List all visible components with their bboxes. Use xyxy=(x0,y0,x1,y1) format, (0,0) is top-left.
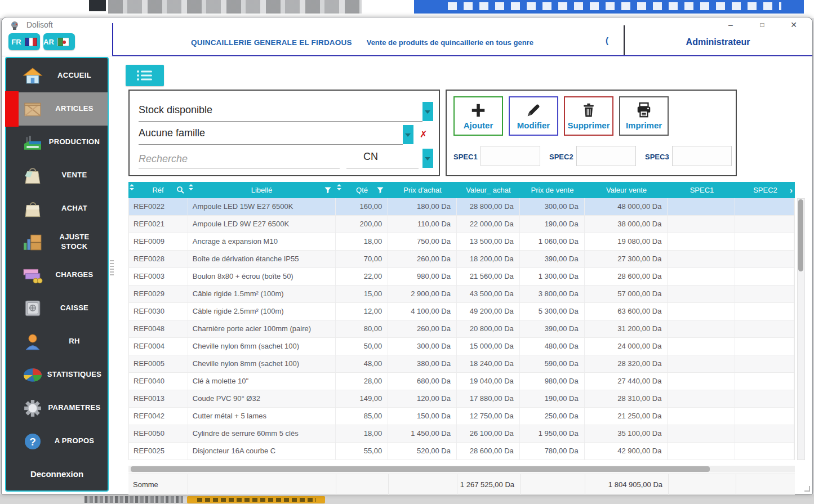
spec3-input[interactable] xyxy=(672,146,732,166)
table-row[interactable]: REF0004Cheville nylon 6mm (sachet 100)50… xyxy=(129,338,794,355)
table-row[interactable]: REF0013Coude PVC 90° Ø32149,00120,00 Da1… xyxy=(129,390,794,408)
cell-qte: 15,00 xyxy=(336,286,388,302)
window-resize-grip[interactable] xyxy=(804,486,810,492)
search-mode-value[interactable]: CN xyxy=(363,151,378,163)
sidebar-item-caisse[interactable]: CAISSE xyxy=(6,292,108,325)
cell-prix_achat: 380,00 Da xyxy=(388,355,457,372)
sidebar-item-achat[interactable]: ACHAT xyxy=(6,192,108,225)
cell-spec1 xyxy=(668,216,735,233)
company-name: QUINCAILLERIE GENERALE EL FIRDAOUS xyxy=(191,38,352,47)
search-input[interactable] xyxy=(139,150,340,167)
column-label: Prix de vente xyxy=(531,186,574,194)
cell-spec2 xyxy=(735,251,794,267)
close-button[interactable]: ✕ xyxy=(784,19,803,31)
sidebar-item-a-propos[interactable]: ? A PROPOS xyxy=(6,425,108,458)
stock-dropdown-arrow[interactable] xyxy=(422,102,433,121)
edit-button[interactable]: Modifier xyxy=(509,96,558,136)
column-header-valeur-achat[interactable]: Valeur_ achat xyxy=(457,182,520,198)
column-header-ref[interactable]: Réf xyxy=(128,182,188,198)
sidebar-label: ACCUEIL xyxy=(47,71,108,80)
table-row[interactable]: REF0029Câble rigide 1.5mm² (100m)15,002 … xyxy=(129,286,794,303)
sidebar-item-accueil[interactable]: ACCUEIL xyxy=(6,59,108,92)
maximize-button[interactable]: □ xyxy=(753,19,772,31)
stock-filter-value[interactable]: Stock disponible xyxy=(139,104,212,116)
cell-valeur_achat: 18 240,00 Da xyxy=(457,355,520,372)
gear-icon xyxy=(19,399,47,417)
famille-dropdown-arrow[interactable] xyxy=(403,125,413,144)
search-mode-dropdown-arrow[interactable] xyxy=(422,149,433,168)
cell-qte: 160,00 xyxy=(336,198,388,215)
clear-famille-icon[interactable]: ✗ xyxy=(420,129,427,140)
table-row[interactable]: REF0005Cheville nylon 8mm (sachet 100)48… xyxy=(129,355,794,373)
table-row[interactable]: REF0040Clé à molette 10"28,00680,00 Da19… xyxy=(129,373,794,390)
table-row[interactable]: REF0050Cylindre de serrure 60mm 5 clés18… xyxy=(129,425,794,443)
sum-empty xyxy=(388,474,457,495)
delete-button-label: Supprimer xyxy=(567,121,610,130)
sidebar-item-vente[interactable]: VENTE xyxy=(6,159,108,192)
column-header-qte[interactable]: Qté xyxy=(336,182,388,198)
horizontal-scrollbar-thumb[interactable] xyxy=(131,466,710,472)
cell-ref: REF0004 xyxy=(129,338,188,355)
famille-filter-underline xyxy=(139,144,403,145)
cell-ref: REF0030 xyxy=(129,303,188,320)
table-row[interactable]: REF0028Boîte de dérivation étanche IP557… xyxy=(129,251,794,268)
cell-valeur_achat: 43 500,00 Da xyxy=(457,286,520,302)
spec1-input[interactable] xyxy=(481,146,540,166)
column-header-prix-achat[interactable]: Prix d'achat xyxy=(388,182,457,198)
table-row[interactable]: REF0025Disjoncteur 16A courbe C55,00520,… xyxy=(129,443,794,460)
vertical-scrollbar-thumb[interactable] xyxy=(798,199,803,271)
sort-arrows-icon xyxy=(130,184,134,190)
add-button[interactable]: Ajouter xyxy=(453,96,503,136)
cell-prix_achat: 150,00 Da xyxy=(388,408,457,425)
cell-valeur_achat: 20 800,00 Da xyxy=(457,320,520,337)
list-icon xyxy=(135,69,154,82)
cell-prix_vente: 390,00 Da xyxy=(520,251,585,267)
print-button[interactable]: Imprimer xyxy=(619,96,669,136)
column-label: Réf xyxy=(152,186,163,194)
sidebar-item-statistiques[interactable]: STATISTIQUES xyxy=(6,358,108,391)
table-row[interactable]: REF0042Cutter métal + 5 lames85,00150,00… xyxy=(129,408,794,425)
table-row[interactable]: REF0009Ancrage à expansion M1018,00750,0… xyxy=(129,233,794,251)
cell-spec1 xyxy=(668,373,735,390)
sidebar-label: PRODUCTION xyxy=(47,137,108,146)
column-header-spec1[interactable]: SPEC1 xyxy=(668,182,736,198)
table-row[interactable]: REF0021Ampoule LED 9W E27 6500K200,00110… xyxy=(129,216,794,233)
sidebar-resize-grip[interactable] xyxy=(110,258,114,275)
plus-icon xyxy=(470,102,487,119)
column-label: SPEC1 xyxy=(690,186,714,194)
cell-valeur_vente: 21 250,00 Da xyxy=(585,408,668,425)
sidebar-item-ajuste-stock[interactable]: AJUSTE STOCK xyxy=(6,225,108,258)
purchase-bag-icon xyxy=(19,200,47,218)
table-row[interactable]: REF0048Charnière porte acier 100mm (pair… xyxy=(129,320,794,338)
minimize-button[interactable]: – xyxy=(721,19,740,31)
background-window-top xyxy=(0,0,814,18)
sidebar-item-charges[interactable]: CHARGES xyxy=(6,258,108,292)
sidebar-item-parametres[interactable]: PARAMETRES xyxy=(6,391,108,425)
sidebar-item-deconnexion[interactable]: Deconnexion xyxy=(6,458,108,489)
sidebar-item-production[interactable]: PRODUCTION xyxy=(6,126,108,159)
delete-button[interactable]: Supprimer xyxy=(564,96,613,136)
column-header-spec2[interactable]: SPEC2 › xyxy=(736,182,795,198)
column-header-prix-vente[interactable]: Prix de vente xyxy=(520,182,585,198)
column-header-valeur-vente[interactable]: Valeur vente xyxy=(585,182,668,198)
cell-libelle: Ampoule LED 9W E27 6500K xyxy=(188,216,336,233)
language-fr-button[interactable]: FR xyxy=(8,33,40,50)
title-bar[interactable]: Dolisoft – □ ✕ xyxy=(2,17,812,32)
column-header-libelle[interactable]: Libellé xyxy=(188,182,336,198)
table-row[interactable]: REF0030Câble rigide 2.5mm² (100m)12,004 … xyxy=(129,303,794,320)
spec2-input[interactable] xyxy=(576,146,636,166)
sidebar-item-articles[interactable]: ARTICLES xyxy=(6,92,108,126)
cell-valeur_vente: 27 440,00 Da xyxy=(585,373,668,390)
cell-valeur_vente: 27 300,00 Da xyxy=(585,251,668,267)
scroll-right-icon[interactable]: › xyxy=(790,185,793,195)
table-row[interactable]: REF0003Boulon 8x80 + écrou (boîte 50)22,… xyxy=(129,268,794,286)
list-view-tab[interactable] xyxy=(126,65,164,86)
famille-filter-value[interactable]: Aucune famille xyxy=(139,127,205,139)
sum-empty xyxy=(668,474,736,495)
cell-prix_achat: 260,00 Da xyxy=(388,251,457,267)
cell-prix_achat: 120,00 Da xyxy=(388,390,457,407)
table-row[interactable]: REF0022Ampoule LED 15W E27 6500K160,0018… xyxy=(129,198,794,216)
language-ar-button[interactable]: AR xyxy=(43,33,75,50)
sidebar-item-rh[interactable]: RH xyxy=(6,325,108,358)
horizontal-scrollbar[interactable] xyxy=(128,466,795,472)
